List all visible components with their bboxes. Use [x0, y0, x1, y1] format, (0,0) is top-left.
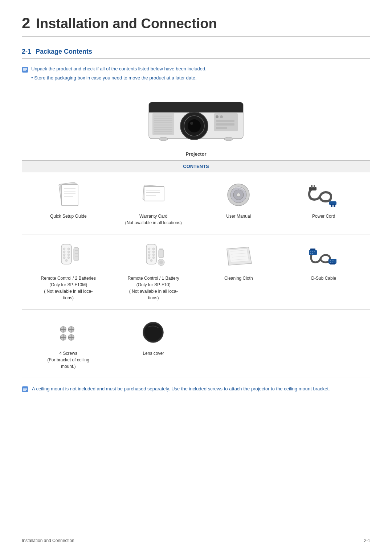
svg-point-94 — [314, 251, 315, 252]
dsub-cable-label: D-Sub Cable — [311, 275, 336, 282]
footer-right: 2-1 — [364, 538, 370, 543]
item-remote-2bat: Remote Control / 2 Batteries(Only for SP… — [26, 240, 111, 303]
svg-point-70 — [152, 248, 155, 250]
svg-point-74 — [152, 254, 155, 256]
svg-rect-47 — [309, 187, 317, 190]
svg-point-24 — [224, 137, 233, 141]
item-quick-setup-guide: Quick Setup Guide — [26, 178, 111, 228]
svg-point-75 — [148, 257, 150, 259]
power-cord-label: Power Cord — [312, 213, 335, 219]
item-dsub-cable: D-Sub Cable — [281, 240, 367, 303]
svg-rect-52 — [334, 204, 335, 207]
svg-rect-29 — [216, 123, 234, 126]
note-sub-1: • Store the packaging box in case you ne… — [31, 75, 370, 81]
cleaning-cloth-image — [223, 242, 254, 271]
note-item-1: Unpack the product and check if all of t… — [22, 66, 370, 73]
svg-rect-48 — [311, 185, 313, 188]
svg-point-92 — [310, 251, 311, 252]
projector-label: Projector — [185, 151, 206, 157]
remote-1bat-image — [140, 242, 167, 271]
quick-setup-guide-label: Quick Setup Guide — [50, 213, 87, 219]
item-user-manual: User Manual — [196, 178, 281, 228]
bottom-note: A ceiling mount is not included and must… — [22, 385, 370, 393]
svg-rect-39 — [144, 186, 164, 201]
section-title: Package Contents — [36, 48, 92, 56]
svg-point-73 — [148, 254, 150, 256]
svg-point-59 — [68, 254, 70, 256]
svg-point-96 — [312, 253, 313, 254]
user-manual-image — [225, 180, 252, 209]
contents-row-1: Quick Setup Guide Warranty Card(Not avai… — [22, 172, 370, 234]
svg-point-56 — [63, 251, 65, 253]
svg-point-54 — [63, 248, 65, 250]
user-manual-label: User Manual — [226, 213, 251, 219]
item-empty-1 — [196, 315, 281, 372]
warranty-card-label: Warranty Card(Not available in all locat… — [125, 213, 182, 226]
svg-point-27 — [220, 115, 223, 118]
bottom-note-icon — [22, 386, 28, 393]
contents-row-2: Remote Control / 2 Batteries(Only for SP… — [22, 234, 370, 309]
svg-point-100 — [330, 262, 331, 263]
svg-rect-78 — [159, 250, 164, 258]
screws-image — [53, 317, 84, 346]
chapter-title: Installation and Connection — [36, 16, 217, 31]
notes-block: Unpack the product and check if all of t… — [22, 66, 370, 81]
footer-left: Installation and Connection — [22, 538, 74, 543]
item-remote-1bat: Remote Control / 1 Battery(Only for SP-F… — [111, 240, 196, 303]
svg-point-76 — [152, 257, 155, 259]
svg-point-69 — [148, 248, 150, 250]
svg-point-81 — [159, 260, 163, 264]
svg-point-58 — [63, 254, 65, 256]
screws-label: 4 Screws(For bracket of ceilingmount.) — [48, 350, 89, 370]
lens-cover-image — [140, 317, 167, 346]
cleaning-cloth-label: Cleaning Cloth — [224, 275, 253, 282]
page-footer: Installation and Connection 2-1 — [22, 535, 370, 543]
svg-point-9 — [188, 119, 201, 132]
svg-rect-30 — [216, 127, 227, 129]
svg-point-55 — [68, 248, 70, 250]
quick-setup-guide-image — [55, 180, 82, 209]
svg-point-62 — [65, 259, 68, 262]
section-header: 2-1 Package Contents — [22, 48, 370, 59]
lens-cover-label: Lens cover — [143, 350, 164, 357]
warranty-card-image — [140, 180, 167, 209]
item-power-cord: Power Cord — [281, 178, 367, 228]
svg-point-98 — [332, 260, 332, 261]
svg-point-46 — [237, 193, 240, 197]
contents-row-3: 4 Screws(For bracket of ceilingmount.) L… — [22, 309, 370, 378]
dsub-cable-image — [307, 242, 340, 271]
svg-point-101 — [332, 262, 332, 263]
note-icon-1 — [22, 66, 28, 73]
svg-rect-51 — [331, 204, 332, 207]
svg-rect-49 — [314, 185, 315, 188]
svg-rect-79 — [159, 249, 163, 250]
svg-point-72 — [152, 251, 155, 253]
svg-point-61 — [68, 257, 70, 259]
chapter-number: 2 — [22, 15, 30, 32]
svg-point-93 — [312, 251, 313, 252]
svg-point-71 — [148, 251, 150, 253]
item-lens-cover: Lens cover — [111, 315, 196, 372]
contents-box: CONTENTS Quick Setup Gu — [22, 160, 370, 378]
svg-point-23 — [159, 137, 168, 141]
svg-rect-63 — [74, 248, 79, 260]
contents-header: CONTENTS — [22, 161, 370, 172]
note-text-1: Unpack the product and check if all of t… — [31, 66, 207, 71]
svg-rect-33 — [62, 185, 78, 206]
item-empty-2 — [281, 315, 367, 372]
svg-rect-88 — [309, 250, 317, 255]
section-number: 2-1 — [22, 48, 31, 56]
svg-rect-89 — [310, 249, 315, 250]
remote-2bat-label: Remote Control / 2 Batteries(Only for SP… — [41, 275, 96, 301]
svg-rect-64 — [74, 247, 78, 248]
svg-point-10 — [190, 122, 193, 125]
svg-point-60 — [63, 257, 65, 259]
svg-point-77 — [150, 259, 152, 262]
svg-point-95 — [310, 253, 311, 254]
projector-section: Projector — [22, 91, 370, 157]
svg-point-26 — [216, 115, 219, 118]
svg-point-97 — [330, 260, 331, 261]
item-warranty-card: Warranty Card(Not available in all locat… — [111, 178, 196, 228]
svg-rect-28 — [216, 120, 234, 122]
svg-rect-91 — [330, 263, 335, 264]
